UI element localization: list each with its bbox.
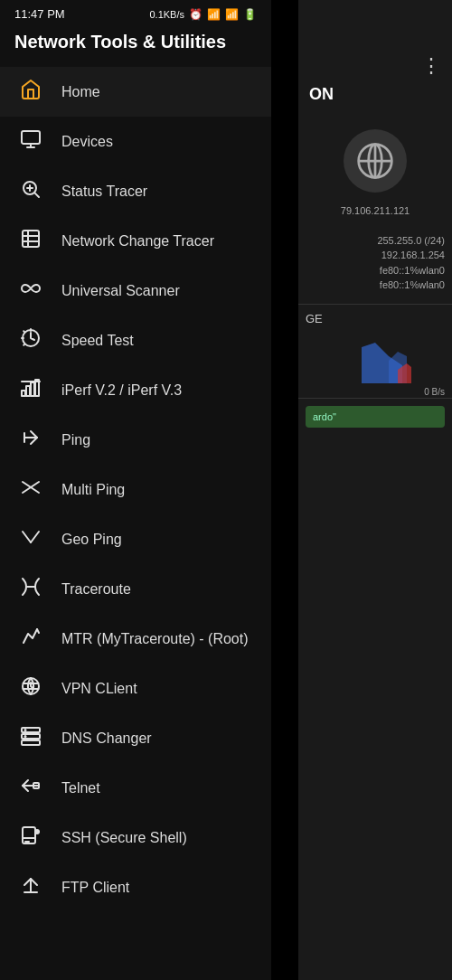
svg-rect-21 bbox=[31, 382, 34, 396]
svg-line-28 bbox=[23, 532, 31, 542]
sidebar-item-network-change-tracer[interactable]: Network Change Tracer bbox=[0, 216, 271, 266]
ping-icon bbox=[18, 427, 43, 453]
iperf-icon bbox=[18, 377, 43, 403]
svg-rect-36 bbox=[22, 740, 40, 745]
ssh-icon bbox=[18, 825, 43, 851]
speed-indicator: 0.1KB/s bbox=[149, 9, 184, 20]
traceroute-icon bbox=[18, 576, 43, 602]
ip-address: 79.106.211.121 bbox=[334, 200, 417, 222]
sidebar-item-status-tracer[interactable]: Status Tracer bbox=[0, 166, 271, 216]
network-section: GE 0 B/s bbox=[298, 304, 452, 391]
sidebar-item-telnet[interactable]: Telnet bbox=[0, 763, 271, 813]
sidebar-item-geo-ping[interactable]: Geo Ping bbox=[0, 514, 271, 564]
sidebar-item-universal-scanner[interactable]: Universal Scanner bbox=[0, 266, 271, 316]
devices-icon bbox=[18, 128, 43, 155]
sidebar-item-iperf[interactable]: iPerf V.2 / iPerf V.3 bbox=[0, 365, 271, 415]
network-details: 255.255.0 (/24) 192.168.1.254 fe80::1%wl… bbox=[298, 230, 452, 297]
svg-rect-20 bbox=[26, 386, 30, 396]
sidebar-item-label: Telnet bbox=[61, 780, 100, 796]
svg-line-11 bbox=[35, 193, 39, 197]
vpn-icon bbox=[18, 675, 43, 702]
sidebar-item-label: Status Tracer bbox=[61, 184, 147, 200]
navigation-drawer: 11:47 PM 0.1KB/s ⏰ 📶 📶 🔋 Network Tools &… bbox=[0, 0, 271, 980]
sidebar-item-multi-ping[interactable]: Multi Ping bbox=[0, 465, 271, 514]
network-type-label: GE bbox=[306, 312, 445, 325]
search-icon bbox=[18, 178, 43, 204]
time-display: 11:47 PM bbox=[14, 7, 65, 21]
globe-section: 79.106.211.121 bbox=[298, 111, 452, 230]
status-bar: 11:47 PM 0.1KB/s ⏰ 📶 📶 🔋 bbox=[0, 0, 271, 24]
sidebar-item-label: Universal Scanner bbox=[61, 283, 180, 299]
sidebar-item-label: DNS Changer bbox=[61, 730, 152, 747]
geo-ping-icon bbox=[18, 526, 43, 552]
infinity-icon bbox=[18, 278, 43, 304]
sidebar-item-vpn-client[interactable]: VPN CLient bbox=[0, 664, 271, 713]
multi-ping-icon bbox=[18, 476, 43, 503]
sidebar-item-label: Network Change Tracer bbox=[61, 233, 214, 250]
sidebar-item-label: Ping bbox=[61, 432, 90, 448]
sidebar-item-mtr[interactable]: MTR (MyTraceroute) - (Root) bbox=[0, 614, 271, 664]
nav-menu: HomeDevicesStatus TracerNetwork Change T… bbox=[0, 67, 271, 956]
ftp-icon bbox=[18, 874, 43, 900]
alarm-icon: ⏰ bbox=[189, 8, 202, 21]
sidebar-item-devices[interactable]: Devices bbox=[0, 117, 271, 166]
vpn-status: ON bbox=[298, 85, 452, 111]
sidebar-item-label: MTR (MyTraceroute) - (Root) bbox=[61, 631, 249, 647]
signal-icon: 📶 bbox=[207, 8, 221, 21]
wifi-icon: 📶 bbox=[225, 8, 239, 21]
svg-rect-46 bbox=[24, 891, 38, 893]
telnet-icon bbox=[18, 775, 43, 801]
sidebar-item-ssh[interactable]: SSH (Secure Shell) bbox=[0, 813, 271, 862]
sidebar-item-home[interactable]: Home bbox=[0, 67, 271, 117]
sidebar-item-dns-changer[interactable]: DNS Changer bbox=[0, 713, 271, 763]
device-name: ardo" bbox=[306, 406, 445, 428]
sidebar-item-traceroute[interactable]: Traceroute bbox=[0, 564, 271, 614]
mtr-icon bbox=[18, 626, 43, 652]
status-icons: 0.1KB/s ⏰ 📶 📶 🔋 bbox=[149, 8, 257, 21]
svg-rect-14 bbox=[23, 231, 39, 247]
sidebar-item-label: SSH (Secure Shell) bbox=[61, 830, 187, 846]
right-peek-header: ⋮ bbox=[298, 0, 452, 85]
sidebar-item-speed-test[interactable]: Speed Test bbox=[0, 316, 271, 365]
sidebar-item-label: VPN CLient bbox=[61, 681, 137, 697]
right-peek-panel: ⋮ ON 79.106.211.121 255.255.0 (/24) 192.… bbox=[298, 0, 452, 980]
sidebar-item-label: Multi Ping bbox=[61, 482, 125, 498]
dns-icon bbox=[18, 725, 43, 751]
svg-rect-7 bbox=[22, 131, 40, 144]
sidebar-item-label: Speed Test bbox=[61, 333, 134, 349]
speed-chart: 0 B/s bbox=[306, 329, 445, 383]
globe-icon bbox=[344, 129, 407, 193]
battery-icon: 🔋 bbox=[243, 8, 257, 21]
sidebar-item-ftp-client[interactable]: FTP Client bbox=[0, 862, 271, 912]
more-options-icon[interactable]: ⋮ bbox=[421, 54, 441, 78]
device-section: ardo" bbox=[298, 398, 452, 435]
sidebar-item-label: Traceroute bbox=[61, 581, 131, 598]
speed-value: 0 B/s bbox=[306, 387, 445, 397]
svg-rect-19 bbox=[22, 391, 25, 396]
sidebar-item-label: Home bbox=[61, 84, 100, 100]
home-icon bbox=[18, 79, 43, 105]
svg-line-29 bbox=[31, 532, 39, 542]
sidebar-item-label: FTP Client bbox=[61, 880, 129, 896]
speedtest-icon bbox=[18, 327, 43, 353]
network-change-icon bbox=[18, 228, 43, 254]
sidebar-item-label: Geo Ping bbox=[61, 532, 122, 548]
app-title: Network Tools & Utilities bbox=[0, 24, 271, 67]
sidebar-item-label: iPerf V.2 / iPerf V.3 bbox=[61, 382, 182, 399]
sidebar-item-ping[interactable]: Ping bbox=[0, 415, 271, 465]
sidebar-item-label: Devices bbox=[61, 134, 113, 150]
